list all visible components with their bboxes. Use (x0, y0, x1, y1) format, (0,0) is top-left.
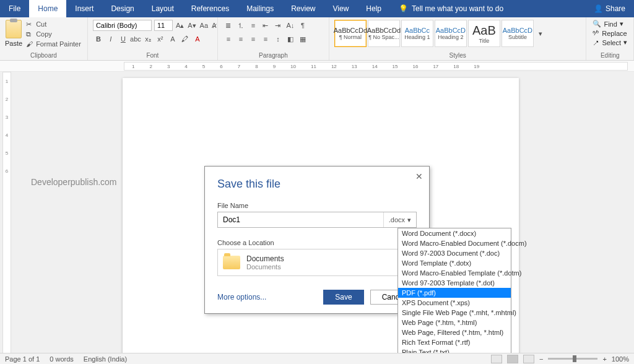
grow-font-button[interactable]: A▴ (175, 20, 185, 31)
language[interactable]: English (India) (84, 355, 127, 363)
page-count[interactable]: Page 1 of 1 (5, 355, 40, 363)
paste-button[interactable]: Paste (5, 20, 22, 47)
select-label: Select (602, 39, 621, 46)
cut-button[interactable]: ✂Cut (25, 20, 82, 28)
strike-button[interactable]: abc (130, 33, 141, 45)
tell-me[interactable]: 💡Tell me what you want to do (390, 0, 512, 17)
tell-me-label: Tell me what you want to do (412, 4, 503, 13)
styles-gallery[interactable]: AaBbCcDd¶ Normal AaBbCcDd¶ No Spac... Aa… (334, 20, 581, 47)
format-option[interactable]: PDF (*.pdf) (398, 288, 511, 298)
select-button[interactable]: ⭧Select ▾ (591, 38, 628, 46)
location-picker[interactable]: Documents Documents ▾ (217, 249, 417, 276)
justify-button[interactable]: ≡ (260, 33, 271, 45)
show-marks-button[interactable]: ¶ (297, 20, 308, 31)
file-extension-select[interactable]: .docx▾ (383, 212, 416, 227)
bullets-button[interactable]: ≣ (223, 20, 234, 31)
borders-button[interactable]: ▦ (297, 33, 308, 45)
tab-references[interactable]: References (183, 0, 238, 17)
bold-button[interactable]: B (93, 33, 104, 45)
format-option[interactable]: Rich Text Format (*.rtf) (398, 337, 511, 347)
read-mode-button[interactable] (491, 355, 502, 363)
align-center-button[interactable]: ≡ (235, 33, 246, 45)
vertical-ruler[interactable]: 123456 (2, 72, 11, 354)
zoom-slider[interactable] (548, 358, 597, 360)
tab-home[interactable]: Home (29, 0, 66, 17)
multilevel-button[interactable]: ≡ (248, 20, 259, 31)
style-no-spacing[interactable]: AaBbCcDd¶ No Spac... (368, 20, 400, 47)
document-area[interactable]: 123456 Developerpublish.com ✕ Save this … (0, 72, 634, 354)
format-painter-button[interactable]: 🖌Format Painter (25, 40, 82, 48)
font-group-label: Font (93, 51, 212, 59)
save-button[interactable]: Save (323, 290, 363, 305)
format-option[interactable]: Word Document (*.docx) (398, 228, 511, 238)
share-label: Share (606, 4, 625, 13)
text-effects-button[interactable]: A (167, 33, 178, 45)
clear-format-button[interactable]: A̷ (211, 20, 217, 31)
font-name-select[interactable] (93, 20, 152, 31)
align-left-button[interactable]: ≡ (223, 33, 234, 45)
tab-review[interactable]: Review (282, 0, 324, 17)
font-color-button[interactable]: A (192, 33, 203, 45)
format-option[interactable]: Word 97-2003 Document (*.doc) (398, 248, 511, 258)
tab-design[interactable]: Design (102, 0, 142, 17)
copy-label: Copy (36, 30, 52, 38)
format-option[interactable]: Web Page (*.htm, *.html) (398, 318, 511, 327)
styles-group-label: Styles (334, 51, 581, 59)
zoom-in-button[interactable]: + (602, 355, 606, 363)
web-layout-button[interactable] (523, 355, 534, 363)
print-layout-button[interactable] (507, 355, 518, 363)
format-option[interactable]: Word Macro-Enabled Template (*.dotm) (398, 268, 511, 278)
zoom-level[interactable]: 100% (612, 355, 629, 363)
tab-help[interactable]: Help (357, 0, 390, 17)
share-icon: 👤 (594, 4, 603, 13)
superscript-button[interactable]: x² (155, 33, 166, 45)
file-extension-label: .docx (389, 216, 405, 223)
italic-button[interactable]: I (105, 33, 116, 45)
format-option[interactable]: Web Page, Filtered (*.htm, *.html) (398, 327, 511, 337)
style-subtitle[interactable]: AaBbCcDSubtitle (502, 20, 534, 47)
format-option[interactable]: Word 97-2003 Template (*.dot) (398, 278, 511, 288)
shrink-font-button[interactable]: A▾ (187, 20, 196, 31)
align-right-button[interactable]: ≡ (248, 33, 259, 45)
change-case-button[interactable]: Aa (199, 20, 209, 31)
tab-mailings[interactable]: Mailings (238, 0, 282, 17)
share-button[interactable]: 👤Share (594, 4, 634, 13)
format-option[interactable]: Word Template (*.dotx) (398, 258, 511, 268)
filename-label: File Name (217, 202, 417, 209)
shading-button[interactable]: ◧ (285, 33, 296, 45)
tab-file[interactable]: File (0, 0, 29, 17)
font-size-select[interactable] (154, 20, 173, 31)
format-option[interactable]: Single File Web Page (*.mht, *.mhtml) (398, 308, 511, 318)
subscript-button[interactable]: x₂ (142, 33, 154, 45)
find-button[interactable]: 🔍Find ▾ (591, 20, 628, 28)
copy-button[interactable]: ⧉Copy (25, 30, 82, 38)
zoom-out-button[interactable]: − (539, 355, 543, 363)
sort-button[interactable]: A↓ (285, 20, 296, 31)
word-count[interactable]: 0 words (50, 355, 74, 363)
more-options-link[interactable]: More options... (217, 293, 266, 301)
format-option[interactable]: Word Macro-Enabled Document (*.docm) (398, 238, 511, 248)
style-normal[interactable]: AaBbCcDd¶ Normal (334, 20, 367, 47)
dialog-title: Save this file (217, 178, 417, 191)
replace-button[interactable]: ᵃ⁄ᵇReplace (591, 29, 628, 37)
file-format-dropdown[interactable]: Word Document (*.docx)Word Macro-Enabled… (397, 228, 511, 354)
style-heading2[interactable]: AaBbCcDHeading 2 (435, 20, 467, 47)
tab-insert[interactable]: Insert (66, 0, 102, 17)
tab-view[interactable]: View (324, 0, 358, 17)
decrease-indent-button[interactable]: ⇤ (260, 20, 271, 31)
styles-more-button[interactable]: ▾ (535, 28, 546, 39)
group-styles: AaBbCcDd¶ Normal AaBbCcDd¶ No Spac... Aa… (329, 17, 587, 60)
increase-indent-button[interactable]: ⇥ (272, 20, 284, 31)
format-option[interactable]: XPS Document (*.xps) (398, 298, 511, 308)
numbering-button[interactable]: ⒈ (235, 20, 246, 31)
style-title[interactable]: AaBTitle (468, 20, 500, 47)
underline-button[interactable]: U (118, 33, 129, 45)
style-heading1[interactable]: AaBbCcHeading 1 (401, 20, 433, 47)
highlight-button[interactable]: 🖍 (180, 33, 191, 45)
dialog-close-button[interactable]: ✕ (415, 171, 423, 181)
line-spacing-button[interactable]: ↕ (272, 33, 284, 45)
tab-layout[interactable]: Layout (143, 0, 183, 17)
horizontal-ruler[interactable]: 12345678910111213141516171819 (124, 62, 628, 71)
filename-input[interactable] (218, 212, 383, 227)
folder-icon (223, 256, 240, 269)
